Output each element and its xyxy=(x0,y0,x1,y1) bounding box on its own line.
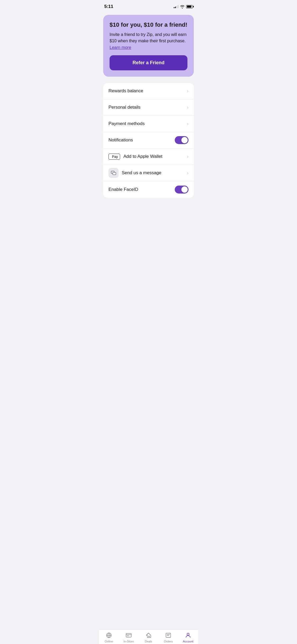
menu-item-faceid[interactable]: Enable FaceID xyxy=(103,181,194,198)
referral-card: $10 for you, $10 for a friend! Invite a … xyxy=(103,15,194,77)
chevron-icon: › xyxy=(187,121,188,127)
menu-item-apple-wallet[interactable]: Pay Add to Apple Wallet › xyxy=(103,149,194,165)
wifi-icon xyxy=(180,5,185,8)
menu-card: Rewards balance › Personal details › Pay… xyxy=(103,83,194,198)
status-icons xyxy=(174,5,193,8)
personal-details-label: Personal details xyxy=(109,105,140,110)
chevron-icon: › xyxy=(187,170,188,176)
signal-icon xyxy=(174,5,178,8)
refer-friend-button[interactable]: Refer a Friend xyxy=(110,55,187,70)
message-icon xyxy=(109,168,119,178)
chevron-icon: › xyxy=(187,88,188,94)
menu-item-notifications[interactable]: Notifications xyxy=(103,132,194,149)
apple-wallet-label: Add to Apple Wallet xyxy=(123,154,162,159)
notifications-label: Notifications xyxy=(109,137,133,143)
referral-title: $10 for you, $10 for a friend! xyxy=(110,21,187,29)
status-bar: 5:11 xyxy=(99,0,198,12)
apple-pay-text: Pay xyxy=(112,155,118,159)
learn-more-link[interactable]: Learn more xyxy=(110,45,131,50)
faceid-toggle[interactable] xyxy=(175,186,188,194)
status-time: 5:11 xyxy=(104,4,113,9)
faceid-label: Enable FaceID xyxy=(109,187,138,192)
svg-rect-1 xyxy=(113,172,116,175)
menu-item-send-message[interactable]: Send us a message › xyxy=(103,165,194,181)
send-message-label: Send us a message xyxy=(122,170,161,176)
referral-description: Invite a friend to try Zip, and you will… xyxy=(110,31,187,44)
rewards-balance-label: Rewards balance xyxy=(109,88,143,94)
main-content: $10 for you, $10 for a friend! Invite a … xyxy=(99,12,198,198)
menu-item-rewards-balance[interactable]: Rewards balance › xyxy=(103,83,194,99)
menu-item-payment-methods[interactable]: Payment methods › xyxy=(103,116,194,132)
chevron-icon: › xyxy=(187,105,188,110)
menu-item-personal-details[interactable]: Personal details › xyxy=(103,99,194,116)
notifications-toggle[interactable] xyxy=(175,136,188,144)
apple-pay-badge: Pay xyxy=(109,154,120,160)
battery-icon xyxy=(186,5,193,8)
chevron-icon: › xyxy=(187,154,188,159)
chat-icon xyxy=(111,171,116,175)
payment-methods-label: Payment methods xyxy=(109,121,145,126)
